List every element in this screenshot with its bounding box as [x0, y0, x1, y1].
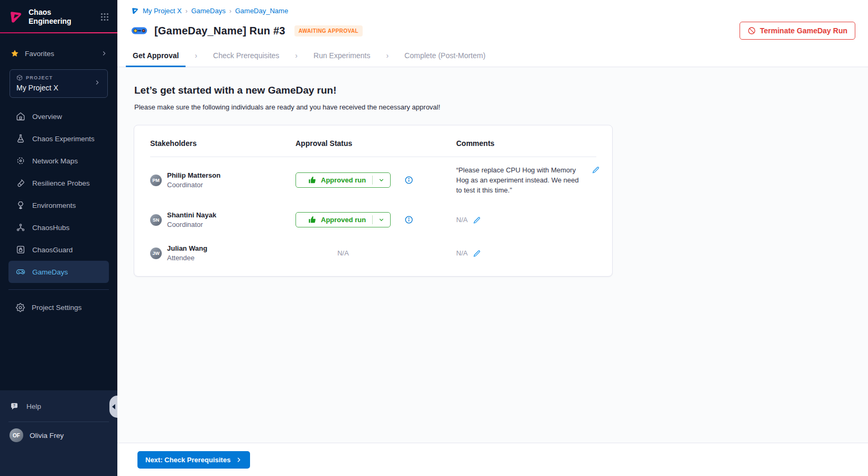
- sidebar-item-network-maps[interactable]: Network Maps: [8, 150, 109, 172]
- edit-comment-button[interactable]: [473, 216, 481, 224]
- nav-divider: [8, 289, 109, 290]
- content-heading: Let’s get started with a new GameDay run…: [134, 85, 855, 96]
- brand-title: Chaos Engineering: [29, 8, 95, 25]
- page-title: [GameDay_Name] Run #3: [154, 25, 285, 37]
- brand-row: Chaos Engineering: [0, 0, 117, 32]
- breadcrumb: My Project X › GameDays › GameDay_Name: [131, 7, 855, 15]
- breadcrumb-separator: ›: [186, 7, 188, 15]
- help-button[interactable]: ? Help: [0, 396, 117, 417]
- table-row: JW Julian Wang Attendee N/A N/A: [134, 236, 612, 270]
- edit-comment-button[interactable]: [592, 166, 600, 174]
- step-tabs: Get Approval › Check Prerequisites › Run…: [117, 44, 868, 67]
- page-header: My Project X › GameDays › GameDay_Name […: [117, 0, 868, 40]
- table-row: SN Shantini Nayak Coordinator Approved r…: [134, 203, 612, 236]
- project-name: My Project X: [16, 84, 94, 92]
- comment-cell: N/A: [456, 249, 596, 258]
- stakeholder-role: Coordinator: [167, 181, 220, 189]
- tab-complete-post-mortem[interactable]: Complete (Post-Mortem): [398, 44, 492, 67]
- sidebar-item-environments[interactable]: Environments: [8, 194, 109, 216]
- edit-comment-button[interactable]: [473, 250, 481, 258]
- table-row: PM Philip Matterson Coordinator Approved…: [134, 157, 612, 203]
- chaos-logo-icon: [8, 10, 23, 24]
- stakeholder-cell: PM Philip Matterson Coordinator: [150, 171, 296, 189]
- comment-na-label: N/A: [456, 249, 468, 257]
- stakeholder-avatar: JW: [150, 248, 162, 259]
- breadcrumb-project[interactable]: My Project X: [143, 7, 182, 15]
- sidebar-nav: Overview Chaos Experiments Network Maps …: [0, 105, 117, 283]
- sidebar-item-resilience-probes[interactable]: Resilience Probes: [8, 172, 109, 194]
- approval-status-label: Approved run: [321, 216, 366, 224]
- sidebar-item-chaoshubs[interactable]: ChaosHubs: [8, 216, 109, 239]
- approval-cell: Approved run: [296, 172, 456, 188]
- status-badge: AWAITING APPROVAL: [294, 25, 363, 36]
- brand-accent-divider: [0, 32, 117, 33]
- stakeholder-name: Philip Matterson: [167, 171, 220, 179]
- sidebar-item-chaosguard[interactable]: ChaosGuard: [8, 239, 109, 261]
- gear-icon: [16, 303, 25, 312]
- help-label: Help: [26, 402, 41, 410]
- approval-status-dropdown[interactable]: Approved run: [296, 212, 391, 227]
- column-header-comments: Comments: [456, 139, 596, 148]
- breadcrumb-gamedays[interactable]: GameDays: [191, 7, 226, 15]
- breadcrumb-module-icon: [131, 7, 139, 15]
- stakeholder-avatar: PM: [150, 175, 162, 186]
- comment-cell: “Please replace CPU Hog with Memory Hog …: [456, 165, 600, 195]
- stakeholder-role: Coordinator: [167, 221, 216, 228]
- module-grid-icon[interactable]: [100, 13, 109, 21]
- sidebar-item-overview[interactable]: Overview: [8, 105, 109, 127]
- breadcrumb-separator: ›: [229, 7, 232, 15]
- breadcrumb-gameday-name[interactable]: GameDay_Name: [235, 7, 288, 15]
- next-button-label: Next: Check Prerequisites: [145, 456, 230, 464]
- stakeholder-avatar: SN: [150, 214, 162, 226]
- thumbs-up-icon: [308, 216, 316, 224]
- next-check-prerequisites-button[interactable]: Next: Check Prerequisites: [137, 451, 250, 469]
- environments-icon: [16, 200, 25, 210]
- column-header-stakeholders: Stakeholders: [150, 139, 296, 148]
- info-icon[interactable]: [404, 176, 413, 185]
- chevron-right-icon: [235, 456, 242, 463]
- sidebar-spacer: [0, 318, 117, 390]
- approval-na-label: N/A: [296, 249, 391, 257]
- chevron-right-icon: [100, 50, 108, 57]
- terminate-gameday-button[interactable]: Terminate GameDay Run: [740, 22, 855, 40]
- column-header-approval-status: Approval Status: [296, 139, 456, 148]
- table-header-row: Stakeholders Approval Status Comments: [134, 125, 612, 157]
- sidebar-item-gamedays[interactable]: GameDays: [8, 261, 109, 283]
- content-subheading: Please make sure the following individua…: [134, 103, 855, 111]
- sidebar-item-chaos-experiments[interactable]: Chaos Experiments: [8, 127, 109, 150]
- sidebar-collapse-handle[interactable]: [109, 396, 117, 418]
- info-icon[interactable]: [404, 215, 413, 224]
- table-body: PM Philip Matterson Coordinator Approved…: [134, 157, 612, 270]
- tab-get-approval[interactable]: Get Approval: [126, 44, 186, 67]
- ban-icon: [747, 26, 756, 35]
- collapse-arrow-icon: [112, 404, 115, 409]
- hub-icon: [16, 223, 25, 232]
- stakeholder-name: Julian Wang: [167, 244, 207, 252]
- tab-check-prerequisites[interactable]: Check Prerequisites: [206, 44, 286, 67]
- sidebar-item-favorites[interactable]: Favorites: [0, 43, 117, 64]
- stakeholder-role: Attendee: [167, 254, 207, 262]
- gamepad-title-icon: [131, 25, 147, 36]
- tab-run-experiments[interactable]: Run Experiments: [307, 44, 377, 67]
- step-separator-icon: ›: [186, 51, 206, 60]
- thumbs-up-icon: [308, 176, 316, 184]
- user-menu[interactable]: OF Olivia Frey: [0, 422, 117, 442]
- project-selector[interactable]: PROJECT My Project X: [10, 69, 108, 98]
- stakeholder-cell: SN Shantini Nayak Coordinator: [150, 211, 296, 228]
- sidebar-item-project-settings[interactable]: Project Settings: [8, 296, 109, 318]
- chevron-right-icon: [94, 79, 101, 88]
- sidebar-bottom-section: ? Help OF Olivia Frey: [0, 390, 117, 476]
- sidebar: Chaos Engineering Favorites: [0, 0, 117, 476]
- svg-text:?: ?: [13, 403, 15, 407]
- chevron-down-icon: [373, 216, 390, 223]
- terminate-label: Terminate GameDay Run: [760, 26, 847, 35]
- comment-text: “Please replace CPU Hog with Memory Hog …: [456, 165, 586, 195]
- project-settings-label: Project Settings: [32, 304, 82, 312]
- approval-status-dropdown[interactable]: Approved run: [296, 172, 391, 188]
- main-area: My Project X › GameDays › GameDay_Name […: [117, 0, 868, 476]
- approval-cell: N/A: [296, 249, 456, 257]
- chevron-down-icon: [373, 177, 390, 184]
- gamepad-icon: [16, 267, 25, 277]
- app-root: Chaos Engineering Favorites: [0, 0, 868, 476]
- network-map-icon: [16, 156, 25, 166]
